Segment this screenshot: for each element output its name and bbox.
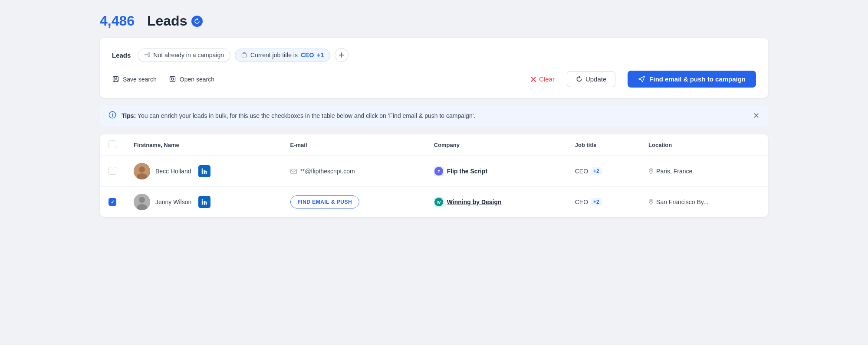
leads-table: Firstname, Name E-mail Company Job title…: [100, 134, 768, 217]
col-company: Company: [425, 134, 566, 156]
save-icon: [112, 75, 119, 83]
row2-linkedin-button[interactable]: [198, 196, 210, 208]
row1-linkedin-button[interactable]: [198, 165, 210, 177]
svg-text:F: F: [437, 169, 440, 174]
row1-location-cell: Paris, France: [640, 156, 768, 187]
svg-rect-13: [290, 169, 296, 174]
row2-name: Jenny Wilson: [155, 199, 191, 205]
find-email-label: Find email & push to campaign: [649, 75, 746, 83]
svg-rect-2: [114, 80, 117, 81]
not-in-campaign-label: Not already in a campaign: [153, 52, 224, 59]
row1-location: Paris, France: [656, 168, 692, 175]
clear-label: Clear: [539, 75, 555, 83]
location-icon: [648, 199, 654, 205]
row1-checkbox-cell[interactable]: [100, 156, 125, 187]
leads-label: Leads: [147, 13, 187, 29]
row2-job-plus[interactable]: +2: [591, 198, 602, 206]
job-title-suffix: +1: [317, 52, 324, 59]
avatar: [134, 194, 150, 210]
save-search-label: Save search: [123, 76, 157, 83]
add-filter-button[interactable]: [335, 48, 349, 62]
save-search-button[interactable]: Save search: [112, 75, 157, 83]
job-title-value: CEO: [301, 52, 314, 59]
table-row: Becc Holland **@flipthescript.com: [100, 156, 768, 187]
briefcase-icon: [241, 52, 247, 59]
row1-checkbox[interactable]: [108, 167, 116, 175]
row2-name-cell: Jenny Wilson: [125, 187, 282, 218]
row1-job-title: CEO: [575, 168, 588, 175]
row1-name: Becc Holland: [155, 168, 191, 175]
send-icon: [638, 75, 645, 83]
row2-location-cell: San Francisco By...: [640, 187, 768, 218]
open-search-label: Open search: [180, 76, 214, 83]
update-button[interactable]: Update: [567, 71, 615, 87]
tip-text: Tips: You can enrich your leads in bulk,…: [122, 112, 475, 119]
row2-email-cell[interactable]: FIND EMAIL & PUSH: [282, 187, 425, 218]
update-icon: [576, 76, 582, 82]
table-header-row: Firstname, Name E-mail Company Job title…: [100, 134, 768, 156]
update-label: Update: [585, 75, 606, 83]
filter-label: Leads: [112, 52, 131, 59]
page-title-section: 4,486 Leads: [100, 13, 768, 29]
row1-company-cell: F Flip the Script: [425, 156, 566, 187]
find-email-push-button[interactable]: Find email & push to campaign: [628, 71, 756, 88]
open-search-icon: [169, 75, 176, 83]
avatar: [134, 163, 150, 179]
svg-rect-10: [201, 170, 203, 174]
row2-company-name[interactable]: Winning by Design: [447, 199, 502, 205]
svg-rect-12: [204, 170, 205, 174]
svg-rect-0: [242, 53, 247, 57]
svg-rect-1: [113, 77, 118, 82]
actions-row: Save search Open search Clear Update Fin…: [112, 71, 756, 88]
select-all-header[interactable]: [100, 134, 125, 156]
row2-location: San Francisco By...: [656, 199, 708, 205]
megaphone-icon: [144, 52, 150, 59]
job-title-prefix: Current job title is: [250, 52, 298, 59]
row2-checkbox[interactable]: [108, 198, 116, 206]
svg-point-25: [650, 201, 651, 202]
row1-email: **@flipthescript.com: [300, 168, 355, 175]
svg-text:W: W: [437, 200, 441, 205]
page-container: 4,486 Leads Leads Not already in a campa…: [100, 13, 768, 217]
svg-point-16: [650, 170, 651, 171]
row2-job-title: CEO: [575, 199, 588, 205]
col-job-title: Job title: [566, 134, 640, 156]
row1-email-cell: **@flipthescript.com: [282, 156, 425, 187]
col-location: Location: [640, 134, 768, 156]
find-email-push-inline-button[interactable]: FIND EMAIL & PUSH: [290, 195, 360, 208]
col-name: Firstname, Name: [125, 134, 282, 156]
table-row: Jenny Wilson FIND EMAIL & PUSH: [100, 187, 768, 218]
row2-checkbox-cell[interactable]: [100, 187, 125, 218]
row2-job-title-cell: CEO +2: [566, 187, 640, 218]
tip-body: You can enrich your leads in bulk, for t…: [136, 112, 475, 119]
svg-point-6: [112, 113, 113, 114]
svg-rect-20: [202, 201, 203, 205]
leads-count: 4,486: [100, 13, 135, 29]
clear-button[interactable]: Clear: [530, 75, 555, 83]
svg-point-21: [202, 199, 203, 201]
row1-job-title-cell: CEO +2: [566, 156, 640, 187]
x-icon: [530, 76, 536, 82]
svg-point-11: [201, 169, 203, 170]
tip-bold: Tips:: [122, 112, 136, 119]
row1-name-cell: Becc Holland: [125, 156, 282, 187]
location-icon: [648, 168, 654, 174]
select-all-checkbox[interactable]: [108, 140, 116, 148]
row1-company-name[interactable]: Flip the Script: [447, 168, 487, 175]
email-icon: [290, 169, 297, 174]
filter-tag-job-title[interactable]: Current job title is CEO +1: [235, 49, 330, 62]
filter-card: Leads Not already in a campaign Current …: [100, 38, 768, 98]
tip-close-button[interactable]: ✕: [753, 112, 760, 120]
row1-job-plus[interactable]: +2: [591, 167, 602, 175]
row2-company-logo: W: [434, 197, 444, 207]
svg-rect-22: [204, 201, 205, 205]
tip-banner: Tips: You can enrich your leads in bulk,…: [100, 105, 768, 127]
open-search-button[interactable]: Open search: [169, 75, 214, 83]
find-email-inline-label: FIND EMAIL & PUSH: [298, 199, 352, 205]
filter-tag-not-in-campaign[interactable]: Not already in a campaign: [138, 49, 230, 62]
leads-table-card: Firstname, Name E-mail Company Job title…: [100, 134, 768, 217]
refresh-icon[interactable]: [191, 16, 203, 27]
col-email: E-mail: [282, 134, 425, 156]
row1-company-logo: F: [434, 166, 444, 176]
svg-point-8: [139, 166, 145, 172]
